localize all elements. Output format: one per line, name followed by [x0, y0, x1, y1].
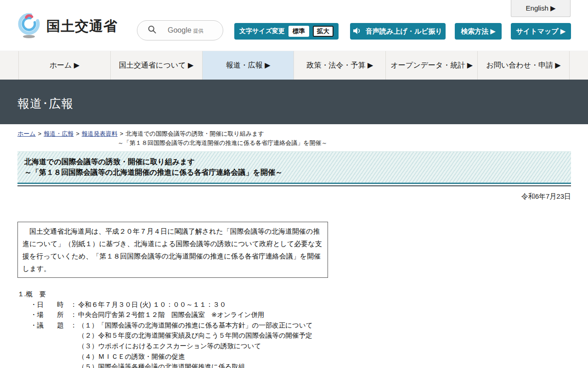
agenda-item: （１）「国際会議等の北海道開催の推進に係る基本方針」の一部改正について	[78, 322, 313, 329]
overview-heading: １.概 要	[17, 289, 571, 299]
font-size-large-button[interactable]: 拡大	[313, 26, 334, 37]
breadcrumb-link-press-releases[interactable]: 報道発表資料	[82, 130, 118, 137]
mlit-logo-icon	[17, 12, 41, 40]
breadcrumb-link-press[interactable]: 報道・広報	[44, 130, 74, 137]
search-icon	[147, 25, 157, 36]
site-logo-text: 国土交通省	[46, 17, 118, 36]
english-button-label: English ▶	[526, 4, 556, 12]
tts-ruby-button[interactable]: 音声読み上げ・ルビ振り	[350, 23, 446, 40]
font-size-standard-button[interactable]: 標準	[288, 26, 309, 37]
release-date: 令和6年7月23日	[17, 192, 571, 201]
search-input[interactable]: Google提供	[137, 20, 223, 40]
overview-place-value: 中央合同庁舎第２号館１２階 国際会議室 ※オンライン併用	[78, 311, 264, 318]
overview-datetime-row: ・日 時 ：令和６年７月３０日 (火) １０：００～１１：３０	[30, 299, 571, 310]
overview-datetime-label: ・日 時 ：	[30, 299, 78, 310]
sitemap-button[interactable]: サイトマップ ▶	[511, 23, 571, 40]
headline-divider	[17, 185, 571, 186]
section-band: 報道･広報	[0, 80, 588, 124]
site-logo[interactable]: 国土交通省	[17, 12, 118, 40]
nav-item-about[interactable]: 国土交通省について ▶	[110, 51, 202, 80]
nav-item-press[interactable]: 報道・広報 ▶	[202, 51, 294, 80]
breadcrumb: ホーム>報道・広報>報道発表資料>北海道での国際会議等の誘致・開催に取り組みます…	[17, 130, 571, 147]
main-content: ホーム>報道・広報>報道発表資料>北海道での国際会議等の誘致・開催に取り組みます…	[17, 130, 571, 368]
agenda-item: （４）ＭＩＣＥの誘致・開催の促進	[78, 351, 571, 362]
font-size-label: 文字サイズ変更	[239, 27, 285, 35]
article-headline-line1: 北海道での国際会議等の誘致・開催に取り組みます	[24, 156, 564, 167]
speaker-icon	[353, 27, 362, 36]
breadcrumb-current: 北海道での国際会議等の誘致・開催に取り組みます	[125, 130, 264, 137]
breadcrumb-separator: >	[38, 130, 42, 137]
search-provider-label: Google提供	[168, 26, 204, 34]
sitemap-label: サイトマップ ▶	[516, 27, 566, 36]
nav-item-policy[interactable]: 政策・法令・予算 ▶	[294, 51, 385, 80]
nav-item-opendata[interactable]: オープンデータ・統計 ▶	[385, 51, 477, 80]
overview-section: １.概 要 ・日 時 ：令和６年７月３０日 (火) １０：００～１１：３０ ・場…	[17, 289, 571, 368]
overview-datetime-value: 令和６年７月３０日 (火) １０：００～１１：３０	[78, 301, 226, 308]
global-nav: ホーム ▶ 国土交通省について ▶ 報道・広報 ▶ 政策・法令・予算 ▶ オープ…	[0, 51, 588, 80]
site-header: English ▶ 国土交通省 Google提供 文字サイズ変更 標準 拡大	[0, 0, 588, 51]
breadcrumb-separator: >	[76, 130, 79, 137]
agenda-item: （３）ウポポイにおけるエクスカーション等の誘致について	[78, 341, 571, 351]
article-headline-box: 北海道での国際会議等の誘致・開催に取り組みます ～「第１８回国際会議等の北海道開…	[17, 151, 571, 184]
overview-place-label: ・場 所 ：	[30, 310, 78, 320]
font-size-control: 文字サイズ変更 標準 拡大	[234, 23, 339, 40]
breadcrumb-separator: >	[120, 130, 124, 137]
search-method-button[interactable]: 検索方法 ▶	[455, 23, 502, 40]
breadcrumb-current-line2: ～「第１８回国際会議等の北海道開催の推進に係る各省庁連絡会議」を開催～	[118, 139, 571, 147]
lead-paragraph: 国土交通省北海道局は、平成２０年７月４日に閣議了解された「国際会議等の北海道開催…	[23, 227, 322, 272]
breadcrumb-link-home[interactable]: ホーム	[17, 130, 36, 137]
article-headline-line2: ～「第１８回国際会議等の北海道開催の推進に係る各省庁連絡会議」を開催～	[24, 167, 564, 178]
lead-paragraph-box: 国土交通省北海道局は、平成２０年７月４日に閣議了解された「国際会議等の北海道開催…	[17, 222, 328, 278]
nav-item-home[interactable]: ホーム ▶	[18, 51, 110, 80]
tts-ruby-label: 音声読み上げ・ルビ振り	[366, 27, 442, 36]
english-button[interactable]: English ▶	[511, 0, 571, 17]
search-method-label: 検索方法 ▶	[461, 27, 496, 36]
agenda-item: （２）令和５年度の北海道開催実績及び向こう５年間の国際会議等の開催予定	[78, 330, 571, 341]
nav-item-contact[interactable]: お問い合わせ・申請 ▶	[477, 51, 570, 80]
overview-agenda-label: ・議 題 ：	[30, 320, 78, 331]
agenda-item: （５）国際会議等各種会議の北海道開催推進に係る取組	[78, 362, 571, 368]
section-title: 報道･広報	[17, 96, 74, 112]
overview-place-row: ・場 所 ：中央合同庁舎第２号館１２階 国際会議室 ※オンライン併用	[30, 310, 571, 320]
overview-agenda-row: ・議 題 ：（１）「国際会議等の北海道開催の推進に係る基本方針」の一部改正につい…	[30, 320, 571, 331]
